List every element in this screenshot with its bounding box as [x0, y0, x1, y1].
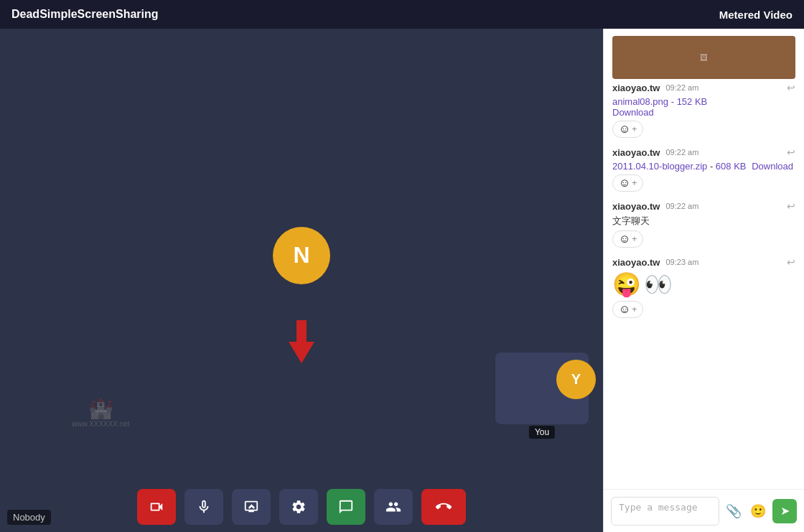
emoji-react-btn-3[interactable]: ☺+	[612, 230, 643, 248]
nobody-label: Nobody	[7, 510, 51, 525]
msg-header-2: xiaoyao.tw 09:22 am ↩	[612, 146, 795, 158]
self-avatar-initial: Y	[571, 371, 581, 388]
msg-reply-icon-4[interactable]: ↩	[787, 256, 795, 268]
emoji-react-btn-2[interactable]: ☺+	[612, 174, 643, 192]
endcall-icon	[436, 499, 452, 515]
emoji-react-btn-4[interactable]: ☺+	[612, 301, 643, 318]
self-avatar: Y	[556, 360, 596, 399]
message-group-2: xiaoyao.tw 09:22 am ↩ 2011.04.10-blogger…	[612, 146, 795, 192]
chat-input[interactable]	[611, 497, 719, 526]
file-size-link-2: 608 KB	[716, 161, 749, 172]
emoji-react-4: ☺+	[612, 298, 795, 318]
msg-reply-icon-3[interactable]: ↩	[787, 200, 795, 212]
msg-time-4: 09:23 am	[665, 258, 698, 266]
msg-content-1: animal08.png - 152 KB Download	[612, 96, 795, 118]
attach-button[interactable]: 📎	[724, 501, 744, 521]
app-title: DeadSimpleScreenSharing	[11, 8, 159, 21]
self-thumbnail: Y You	[495, 353, 589, 424]
video-area: N Y You 🏰 www.XXXXXX.net	[0, 29, 603, 532]
self-label: You	[529, 426, 555, 439]
main-area: N Y You 🏰 www.XXXXXX.net	[0, 29, 804, 532]
msg-time-2: 09:22 am	[665, 148, 698, 157]
msg-reply-icon-2[interactable]: ↩	[787, 146, 795, 158]
watermark-icon: 🏰	[72, 396, 130, 420]
watermark-text: www.XXXXXX.net	[72, 420, 130, 428]
msg-content-3: 文字聊天	[612, 215, 795, 228]
msg-content-2: 2011.04.10-blogger.zip - 608 KB Download	[612, 161, 795, 172]
chat-messages: 🖼 xiaoyao.tw 09:22 am ↩ animal08.png - 1…	[604, 29, 804, 489]
camera-icon	[149, 499, 164, 515]
file-link-1[interactable]: animal08.png - 152 KB	[612, 96, 707, 107]
chat-input-area: 📎 🙂 ➤	[604, 489, 804, 532]
video-main: N Y You 🏰 www.XXXXXX.net	[0, 29, 603, 482]
image-placeholder: 🖼	[700, 53, 708, 62]
message-group-1: 🖼 xiaoyao.tw 09:22 am ↩ animal08.png - 1…	[612, 36, 795, 138]
settings-icon	[291, 499, 307, 515]
emoji-react-1: ☺+	[612, 118, 795, 138]
send-button[interactable]: ➤	[772, 499, 797, 523]
arrow-head	[289, 342, 314, 363]
watermark: 🏰 www.XXXXXX.net	[72, 396, 130, 428]
brand-name: Metered Video	[719, 9, 793, 21]
emoji-row: 😜 👀	[612, 271, 795, 298]
participant-avatar: N	[273, 227, 330, 284]
arrow-stem	[296, 320, 307, 342]
chat-button[interactable]	[327, 489, 365, 525]
participants-button[interactable]	[374, 489, 413, 525]
participants-icon	[385, 499, 401, 515]
msg-sender-3: xiaoyao.tw	[612, 201, 660, 212]
mic-icon	[196, 499, 212, 515]
settings-button[interactable]	[279, 489, 318, 525]
mic-button[interactable]	[184, 489, 223, 525]
emoji-button[interactable]: 🙂	[748, 501, 768, 521]
chat-icon	[338, 499, 354, 515]
chat-sidebar: 🖼 xiaoyao.tw 09:22 am ↩ animal08.png - 1…	[603, 29, 804, 532]
msg-header-3: xiaoyao.tw 09:22 am ↩	[612, 200, 795, 212]
msg-sender-2: xiaoyao.tw	[612, 147, 660, 158]
screenshare-icon	[243, 499, 259, 515]
msg-header-1: xiaoyao.tw 09:22 am ↩	[612, 82, 795, 93]
camera-button[interactable]	[137, 489, 176, 525]
message-group-3: xiaoyao.tw 09:22 am ↩ 文字聊天 ☺+	[612, 200, 795, 248]
arrow-indicator	[289, 320, 314, 363]
file-link-2[interactable]: 2011.04.10-blogger.zip	[612, 161, 710, 172]
emoji-react-2: ☺+	[612, 172, 795, 192]
image-preview: 🖼	[612, 36, 795, 79]
controls-bar	[0, 482, 603, 532]
msg-sender-1: xiaoyao.tw	[612, 83, 660, 93]
screenshare-button[interactable]	[232, 489, 271, 525]
header: DeadSimpleScreenSharing Metered Video	[0, 0, 804, 29]
avatar-initial: N	[293, 242, 309, 269]
emoji-1: 😜	[612, 271, 641, 298]
message-group-4: xiaoyao.tw 09:23 am ↩ 😜 👀 ☺+	[612, 256, 795, 318]
msg-reply-icon-1[interactable]: ↩	[787, 82, 795, 93]
msg-time-1: 09:22 am	[665, 83, 698, 92]
download-link-2[interactable]: Download	[752, 161, 793, 172]
msg-header-4: xiaoyao.tw 09:23 am ↩	[612, 256, 795, 268]
download-link-1[interactable]: Download	[612, 107, 654, 118]
msg-sender-4: xiaoyao.tw	[612, 257, 660, 268]
end-call-button[interactable]	[421, 489, 466, 525]
emoji-react-3: ☺+	[612, 228, 795, 248]
emoji-2: 👀	[644, 271, 673, 298]
msg-time-3: 09:22 am	[665, 202, 698, 210]
emoji-react-btn-1[interactable]: ☺+	[612, 121, 643, 138]
